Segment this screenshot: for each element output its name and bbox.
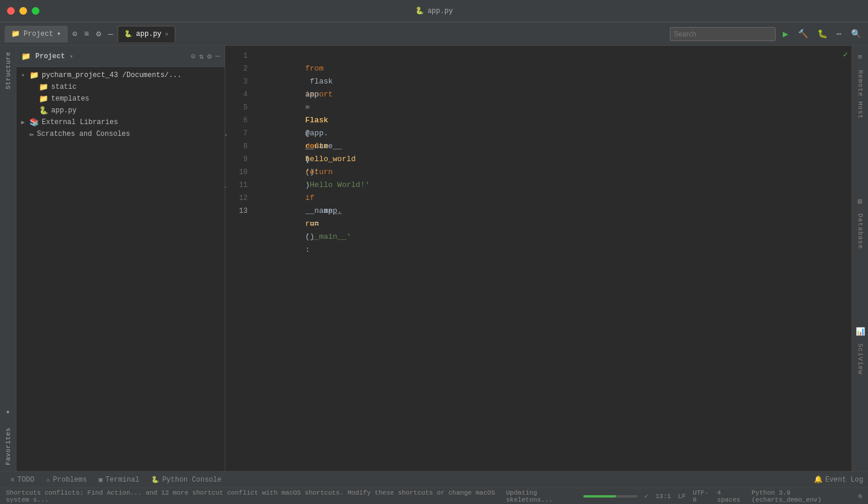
content-area: Structure ★ Favorites 📁 Project ▾ ⊙ ⇅ ⚙ … (0, 46, 868, 471)
more-button[interactable]: ⋯ (834, 26, 844, 41)
line-6: 6 (225, 114, 255, 127)
bottom-tabs: ≡ TODO ⚠ Problems ▣ Terminal 🐍 Python Co… (0, 471, 868, 488)
event-log-label: Event Log (825, 476, 863, 484)
structure-panel-toggle[interactable]: Structure (1, 46, 15, 95)
progress-fill (583, 495, 616, 498)
status-updating: Updating skeletons... (506, 489, 637, 503)
terminal-label: Terminal (105, 476, 139, 484)
minimize-button[interactable] (19, 7, 27, 15)
line-1: 1 (225, 49, 255, 62)
root-label: pycharm_project_43 /Documents/... (42, 71, 182, 79)
file-tab-app-py[interactable]: 🐍 app.py ✕ (118, 26, 175, 42)
static-folder-icon: 📁 (39, 82, 48, 92)
project-panel-toggle[interactable]: 📁 Project ▾ (5, 26, 68, 42)
panel-close-icon[interactable]: — (215, 52, 220, 61)
main-toolbar: 📁 Project ▾ ⊙ ≡ ⚙ — 🐍 app.py ✕ ▶ 🔨 🐛 ⋯ 🔍 (0, 22, 868, 46)
panel-locate-icon[interactable]: ⊙ (191, 52, 196, 61)
remote-host-label[interactable]: Remote Host (854, 65, 866, 124)
tree-root[interactable]: ▾ 📁 pycharm_project_43 /Documents/... (16, 69, 225, 81)
search-button[interactable]: 🔍 (849, 26, 863, 41)
event-log-icon: 🔔 (814, 475, 823, 484)
tab-python-console[interactable]: 🐍 Python Console (145, 473, 228, 486)
code-editor[interactable]: from flask import Flask app = Flask ( __… (255, 46, 852, 471)
project-label: Project (24, 30, 53, 38)
indent-text: 4 spaces (717, 489, 745, 503)
code-line-5 (259, 101, 852, 114)
favorites-label[interactable]: Favorites (1, 422, 15, 471)
terminal-icon: ▣ (99, 476, 103, 483)
status-python-version[interactable]: Python 3.9 (echarts_demo_env) (752, 489, 851, 503)
right-strip: ≡ Remote Host ⊞ Database 📊 SciView (852, 46, 868, 471)
tab-terminal[interactable]: ▣ Terminal (93, 473, 145, 486)
gutter-checkmark: ✓ (843, 49, 848, 59)
status-right: ✓ 13:1 LF UTF-8 4 spaces Python 3.9 (ech… (645, 489, 862, 503)
event-log-button[interactable]: 🔔 Event Log (814, 475, 863, 484)
todo-label: TODO (18, 476, 35, 484)
problems-icon: ⚠ (46, 476, 50, 483)
project-panel-title: Project (35, 52, 65, 61)
toolbar-collapse-icon[interactable]: ≡ (82, 27, 91, 41)
file-tab-close[interactable]: ✕ (165, 31, 169, 38)
status-encoding[interactable]: UTF-8 (693, 489, 710, 503)
code-line-4 (259, 88, 852, 101)
search-input[interactable] (670, 27, 776, 41)
database-label[interactable]: Database (854, 209, 866, 254)
toolbar-locate-icon[interactable]: ⊙ (70, 26, 79, 41)
tree-item-extlibs[interactable]: ▶ 📚 External Libraries (16, 116, 225, 128)
toolbar-settings-icon[interactable]: ⚙ (94, 26, 104, 41)
line-numbers: 1 2 3 4 5 6 7 ▾ 8 9 10 11 ▶ 12 13 (225, 46, 255, 471)
settings-icon[interactable]: ⚙ (858, 492, 862, 500)
tree-item-static[interactable]: 📁 static (16, 81, 225, 93)
titlebar: 🐍 app.py (0, 0, 868, 22)
tab-todo[interactable]: ≡ TODO (5, 473, 40, 486)
line-5: 5 (225, 101, 255, 114)
apppy-file-icon: 🐍 (39, 106, 48, 115)
code-line-6: @app. route ( '/' ) (259, 114, 852, 127)
project-panel: 📁 Project ▾ ⊙ ⇅ ⚙ — ▾ 📁 pycharm_project_… (16, 46, 225, 471)
line-9: 9 (225, 153, 255, 166)
editor-content[interactable]: 1 2 3 4 5 6 7 ▾ 8 9 10 11 ▶ 12 13 (225, 46, 852, 471)
favorites-panel-toggle[interactable]: ★ (1, 402, 15, 422)
tab-problems[interactable]: ⚠ Problems (40, 473, 92, 486)
progress-bar (583, 495, 637, 498)
kw-from: from (305, 64, 323, 73)
line-3: 3 (225, 75, 255, 88)
problems-label: Problems (53, 476, 87, 484)
editor-area: 1 2 3 4 5 6 7 ▾ 8 9 10 11 ▶ 12 13 (225, 46, 852, 471)
panel-sort-icon[interactable]: ⇅ (199, 52, 204, 61)
toolbar-minus-icon[interactable]: — (106, 27, 115, 41)
code-line-1: from flask import Flask (259, 49, 852, 62)
tree-item-scratches[interactable]: ✏ Scratches and Consoles (16, 128, 225, 140)
status-shortcuts[interactable]: Shortcuts conflicts: Find Action... and … (6, 489, 499, 503)
status-bar: Shortcuts conflicts: Find Action... and … (0, 488, 868, 504)
project-dropdown-arrow[interactable]: ▾ (69, 53, 73, 60)
panel-settings-icon[interactable]: ⚙ (207, 52, 212, 61)
todo-icon: ≡ (11, 476, 15, 483)
line-13: 13 (225, 205, 255, 218)
tree-arrow: ▾ (21, 72, 27, 79)
encoding-text: UTF-8 (693, 489, 710, 503)
updating-text: Updating skeletons... (506, 489, 581, 503)
sciview-icon: 📊 (853, 325, 867, 339)
python-console-label: Python Console (162, 476, 222, 484)
titlebar-title: 🐍 app.py (415, 6, 453, 15)
run-button[interactable]: ▶ (780, 26, 791, 42)
maximize-button[interactable] (32, 7, 39, 15)
remote-host-icon: ≡ (856, 51, 865, 64)
line-12: 12 (225, 192, 255, 205)
debug-button[interactable]: 🐛 (815, 26, 830, 41)
build-button[interactable]: 🔨 (796, 26, 810, 41)
root-folder-icon: 📁 (29, 71, 39, 80)
file-tab-icon: 🐍 (124, 30, 132, 38)
status-line-ending[interactable]: LF (678, 493, 686, 500)
extlibs-label: External Libraries (42, 118, 118, 126)
title-icon: 🐍 (415, 6, 424, 15)
code-line-10 (259, 166, 852, 179)
tree-item-apppy[interactable]: 🐍 app.py (16, 105, 225, 116)
apppy-label: app.py (51, 106, 76, 115)
status-position[interactable]: 13:1 (655, 493, 670, 500)
sciview-label[interactable]: SciView (854, 339, 866, 379)
tree-item-templates[interactable]: 📁 templates (16, 93, 225, 105)
status-indent[interactable]: 4 spaces (717, 489, 745, 503)
close-button[interactable] (7, 7, 15, 15)
